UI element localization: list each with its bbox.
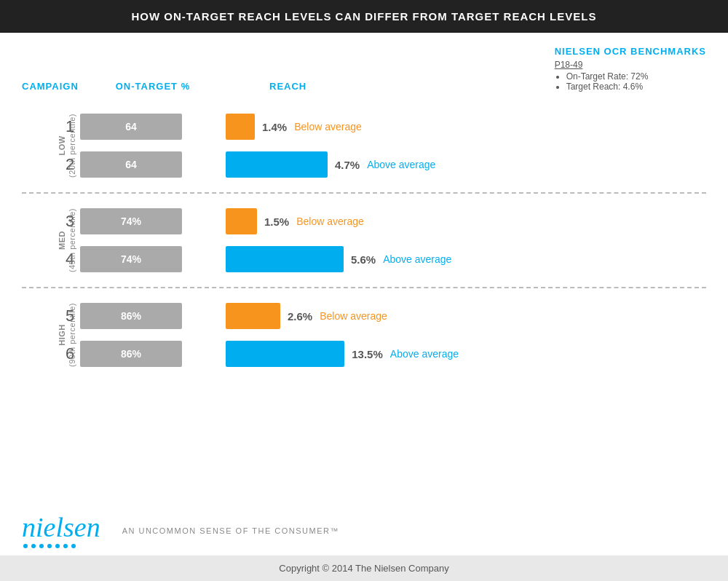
- footer-bar: Copyright © 2014 The Nielsen Company: [0, 556, 728, 581]
- ontarget-bar-container: 74%: [80, 208, 211, 234]
- dot-6: [63, 544, 68, 548]
- benchmarks-p-label: P18-49: [555, 60, 706, 70]
- col-header-benchmarks: NIELSEN OCR BENCHMARKS: [555, 46, 706, 57]
- reach-container: 1.4%Below average: [211, 114, 459, 140]
- ontarget-bar-container: 74%: [80, 246, 211, 272]
- dot-7: [71, 544, 76, 548]
- reach-value: 4.7%: [335, 159, 360, 171]
- table-row: 2644.7%Above average: [22, 146, 706, 183]
- dot-4: [47, 544, 52, 548]
- reach-label: Below average: [294, 121, 362, 133]
- reach-bar: [226, 208, 257, 234]
- reach-label: Above average: [367, 159, 435, 170]
- reach-label: Below average: [296, 216, 364, 227]
- table-row: 374%1.5%Below average: [22, 202, 706, 240]
- section-high: HIGH(90th percentile)586%2.6%Below avera…: [22, 288, 706, 382]
- reach-label: Below average: [320, 310, 387, 322]
- ontarget-bar: 74%: [80, 246, 182, 272]
- reach-value: 5.6%: [351, 253, 376, 266]
- reach-value: 13.5%: [352, 348, 383, 360]
- footer-content: nielsen AN UNCOMMON SENSE OF THE CONSUME…: [0, 499, 728, 556]
- tagline: AN UNCOMMON SENSE OF THE CONSUMER™: [122, 526, 339, 535]
- ontarget-bar: 86%: [80, 341, 182, 367]
- reach-container: 2.6%Below average: [211, 303, 459, 329]
- col-header-campaign: CAMPAIGN: [22, 81, 80, 92]
- reach-bar: [226, 151, 328, 178]
- benchmark-item-2: Target Reach: 4.6%: [566, 82, 706, 92]
- benchmark-item-1: On-Target Rate: 72%: [566, 71, 706, 82]
- section-low: LOW(20th percentile)1641.4%Below average…: [22, 99, 706, 194]
- dot-3: [39, 544, 44, 548]
- reach-label: Above average: [390, 348, 459, 360]
- benchmarks-detail: P18-49 On-Target Rate: 72% Target Reach:…: [555, 60, 706, 92]
- section-label-med: MED(45th percentile): [57, 208, 78, 272]
- ontarget-bar: 64: [80, 114, 182, 140]
- reach-container: 13.5%Above average: [211, 341, 459, 367]
- dot-5: [55, 544, 60, 548]
- reach-label: Above average: [383, 253, 451, 265]
- ontarget-bar: 86%: [80, 303, 182, 329]
- copyright: Copyright © 2014 The Nielsen Company: [279, 563, 448, 574]
- section-label-high: HIGH(90th percentile): [57, 303, 78, 367]
- table-row: 686%13.5%Above average: [22, 335, 706, 373]
- ontarget-bar-container: 64: [80, 114, 211, 140]
- benchmarks-box: NIELSEN OCR BENCHMARKS P18-49 On-Target …: [555, 46, 706, 92]
- reach-bar: [226, 114, 255, 140]
- header-title: HOW ON-TARGET REACH LEVELS CAN DIFFER FR…: [132, 10, 597, 23]
- reach-value: 1.4%: [262, 121, 287, 133]
- col-header-ontarget: ON-TARGET %: [80, 81, 226, 92]
- dot-2: [31, 544, 36, 548]
- page-header: HOW ON-TARGET REACH LEVELS CAN DIFFER FR…: [0, 0, 728, 33]
- table-row: 1641.4%Below average: [22, 108, 706, 146]
- ontarget-bar: 74%: [80, 208, 182, 234]
- reach-container: 4.7%Above average: [211, 151, 459, 178]
- reach-bar: [226, 303, 280, 329]
- nielsen-logo: nielsen: [22, 513, 100, 548]
- nielsen-dots: [22, 541, 76, 548]
- column-headers: CAMPAIGN ON-TARGET % REACH NIELSEN OCR B…: [22, 33, 706, 99]
- dot-1: [23, 544, 28, 548]
- table-row: 586%2.6%Below average: [22, 297, 706, 335]
- ontarget-bar-container: 86%: [80, 341, 211, 367]
- col-header-reach: REACH: [226, 81, 473, 92]
- ontarget-bar: 64: [80, 151, 182, 178]
- nielsen-wordmark: nielsen: [22, 513, 100, 541]
- reach-value: 2.6%: [288, 310, 312, 323]
- section-label-low: LOW(20th percentile): [57, 114, 78, 178]
- col-header-benchmarks-wrapper: NIELSEN OCR BENCHMARKS P18-49 On-Target …: [473, 46, 706, 92]
- sections-container: LOW(20th percentile)1641.4%Below average…: [22, 99, 706, 382]
- reach-container: 1.5%Below average: [211, 208, 459, 234]
- benchmarks-list: On-Target Rate: 72% Target Reach: 4.6%: [555, 71, 706, 92]
- reach-container: 5.6%Above average: [211, 246, 459, 272]
- reach-bar: [226, 246, 344, 272]
- ontarget-bar-container: 64: [80, 151, 211, 178]
- section-med: MED(45th percentile)374%1.5%Below averag…: [22, 194, 706, 288]
- reach-value: 1.5%: [264, 216, 289, 228]
- main-content: CAMPAIGN ON-TARGET % REACH NIELSEN OCR B…: [0, 33, 728, 499]
- table-row: 474%5.6%Above average: [22, 240, 706, 278]
- reach-bar: [226, 341, 344, 367]
- ontarget-bar-container: 86%: [80, 303, 211, 329]
